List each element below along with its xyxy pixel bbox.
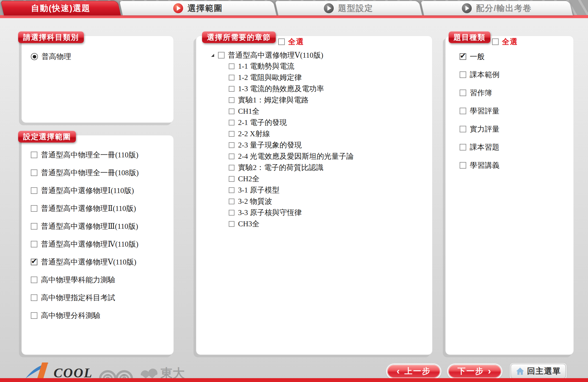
checkbox-row: 普通型高中選修物理Ⅱ(110版) — [31, 203, 139, 213]
tab-label: 題型設定 — [338, 3, 373, 14]
checkbox[interactable] — [31, 312, 37, 319]
checkbox-row: 實驗2：電子的荷質比認識 — [229, 163, 354, 172]
checkbox-label[interactable]: 高中物理指定科目考試 — [41, 293, 115, 303]
checkbox-label[interactable]: 學習講義 — [470, 160, 499, 170]
checkbox-label[interactable]: 普通型高中物理全一冊(108版) — [41, 168, 139, 178]
type-panel-title: 題目種類 — [449, 31, 490, 43]
checkbox-label[interactable]: 實驗1：姆定律與電路 — [238, 95, 309, 105]
checkbox-checked[interactable] — [460, 53, 466, 60]
checkbox-label[interactable]: 普通型高中選修物理Ⅰ(110版) — [41, 186, 134, 196]
select-all-checkbox[interactable] — [278, 38, 285, 45]
checkbox-label[interactable]: 普通型高中物理全一冊(110版) — [41, 150, 138, 160]
tab-question-type-setting[interactable]: 題型設定 — [275, 1, 422, 15]
checkbox-label[interactable]: 普通型高中選修物理Ⅴ(110版) — [41, 257, 136, 267]
checkbox[interactable] — [31, 169, 37, 176]
checkbox[interactable] — [460, 126, 466, 132]
select-all-checkbox[interactable] — [492, 38, 499, 45]
cool-logo: COOL — [25, 362, 93, 380]
checkbox-label[interactable]: 學習評量 — [470, 106, 499, 116]
checkbox-label[interactable]: 1-2 電阻與歐姆定律 — [238, 73, 302, 82]
radio-selected[interactable] — [31, 53, 38, 60]
checkbox[interactable] — [31, 187, 37, 194]
red-tab-underline — [0, 15, 588, 18]
checkbox[interactable] — [229, 165, 234, 171]
checkbox[interactable] — [218, 52, 225, 58]
checkbox-label[interactable]: 課本習題 — [470, 142, 499, 152]
checkbox[interactable] — [229, 199, 234, 204]
checkbox-label[interactable]: 2-4 光電效應及愛因斯坦的光量子論 — [238, 151, 354, 161]
checkbox-label[interactable]: 課本範例 — [470, 70, 499, 80]
checkbox-label[interactable]: 一般 — [470, 52, 485, 62]
checkbox[interactable] — [460, 71, 466, 78]
checkbox[interactable] — [31, 205, 37, 212]
play-icon — [324, 3, 334, 13]
next-step-button[interactable]: 下一步 › — [448, 364, 501, 378]
subject-category-panel — [21, 36, 174, 123]
checkbox-label[interactable]: 實驗2：電子的荷質比認識 — [238, 163, 324, 172]
radio-label[interactable]: 普高物理 — [42, 52, 71, 62]
checkbox-label[interactable]: 高中物理學科能力測驗 — [41, 275, 115, 285]
checkbox[interactable] — [229, 221, 234, 227]
chevron-left-icon: ‹ — [397, 366, 401, 375]
checkbox-label[interactable]: 2-1 電子的發現 — [238, 118, 287, 127]
dongda-logo: 東大 — [139, 364, 185, 380]
checkbox-label[interactable]: CH1全 — [238, 106, 260, 116]
checkbox[interactable] — [31, 152, 37, 158]
checkbox[interactable] — [460, 144, 466, 150]
checkbox[interactable] — [229, 86, 234, 92]
tree-expand-icon[interactable] — [211, 54, 214, 57]
checkbox[interactable] — [31, 241, 37, 247]
checkbox-row: 2-2 X射線 — [229, 129, 354, 139]
checkbox-label[interactable]: 普通型高中選修物理Ⅲ(110版) — [41, 221, 138, 231]
sanmin-logo-char: 三 — [106, 373, 110, 378]
checkbox[interactable] — [229, 108, 234, 114]
checkbox[interactable] — [229, 142, 234, 148]
checkbox-row: 高中物理分科測驗 — [31, 311, 139, 320]
checkbox[interactable] — [460, 108, 466, 114]
tree-root-label[interactable]: 普通型高中選修物理Ⅴ(110版) — [228, 50, 323, 60]
checkbox-label[interactable]: 3-3 原子核與守恆律 — [238, 208, 302, 218]
checkbox[interactable] — [229, 210, 234, 216]
checkbox-label[interactable]: 3-2 物質波 — [238, 196, 272, 206]
checkbox-label[interactable]: 3-1 原子模型 — [238, 185, 280, 195]
checkbox[interactable] — [31, 277, 37, 283]
checkbox-label[interactable]: 2-3 量子現象的發現 — [238, 140, 302, 150]
checkbox[interactable] — [229, 120, 234, 126]
checkbox[interactable] — [229, 154, 234, 159]
checkbox[interactable] — [31, 223, 37, 230]
checkbox[interactable] — [460, 162, 466, 169]
checkbox-label[interactable]: 高中物理分科測驗 — [41, 311, 100, 320]
checkbox-checked[interactable] — [31, 259, 37, 265]
chapter-tree-list: 1-1 電動勢與電流1-2 電阻與歐姆定律1-3 電流的熱效應及電功率實驗1：姆… — [229, 61, 354, 229]
checkbox[interactable] — [229, 131, 234, 137]
checkbox-label[interactable]: 1-3 電流的熱效應及電功率 — [238, 84, 324, 94]
play-icon — [173, 3, 183, 13]
checkbox[interactable] — [229, 176, 234, 182]
home-menu-button[interactable]: 回主選單 — [511, 364, 566, 379]
checkbox-label[interactable]: 普通型高中選修物理Ⅱ(110版) — [41, 203, 136, 213]
checkbox[interactable] — [31, 294, 37, 301]
previous-step-button[interactable]: ‹ 上一步 — [387, 364, 440, 378]
checkbox-row: 高中物理指定科目考試 — [31, 293, 139, 303]
checkbox[interactable] — [229, 63, 234, 69]
checkbox-label[interactable]: 1-1 電動勢與電流 — [238, 61, 294, 71]
checkbox-label[interactable]: CH2全 — [238, 174, 260, 184]
checkbox-row: 普通型高中物理全一冊(108版) — [31, 168, 139, 178]
checkbox[interactable] — [460, 90, 466, 96]
checkbox-label[interactable]: 普通型高中選修物理Ⅳ(110版) — [41, 239, 138, 249]
checkbox[interactable] — [229, 187, 234, 193]
select-all-label[interactable]: 全選 — [502, 37, 518, 47]
tab-label: 選擇範圍 — [187, 3, 223, 14]
select-all-label[interactable]: 全選 — [288, 37, 304, 47]
subject-panel-title: 請選擇科目類別 — [18, 31, 84, 43]
tab-score-output[interactable]: 配分/輸出考卷 — [421, 1, 573, 15]
tab-auto-quick-select[interactable]: 自動(快速)選題 — [1, 1, 121, 15]
tab-select-range[interactable]: 選擇範圍 — [119, 1, 277, 15]
checkbox-row: 高中物理學科能力測驗 — [31, 275, 139, 285]
checkbox-label[interactable]: CH3全 — [238, 219, 260, 229]
checkbox-label[interactable]: 習作簿 — [470, 88, 492, 98]
checkbox-label[interactable]: 實力評量 — [470, 124, 499, 134]
checkbox[interactable] — [229, 97, 234, 103]
checkbox[interactable] — [229, 75, 234, 80]
checkbox-label[interactable]: 2-2 X射線 — [238, 129, 270, 139]
